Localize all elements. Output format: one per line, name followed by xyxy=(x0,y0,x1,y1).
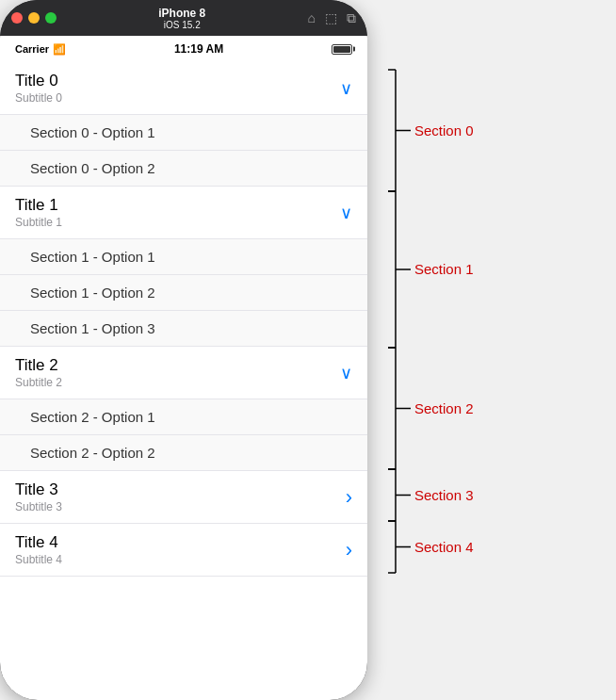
accordion-header-text-0: Title 0 Subtitle 0 xyxy=(15,72,62,105)
annotations-panel: Section 0Section 1Section 2Section 3Sect… xyxy=(367,0,616,700)
accordion-header-text-3: Title 3 Subtitle 3 xyxy=(15,480,62,513)
accordion-body-0: Section 0 - Option 1Section 0 - Option 2 xyxy=(0,114,367,186)
carrier-info: Carrier 📶 xyxy=(15,43,66,56)
chevron-icon-1: ∨ xyxy=(340,203,352,223)
section-label-1: Section 1 xyxy=(414,261,474,277)
accordion-subtitle-2: Subtitle 2 xyxy=(15,376,62,389)
battery-icon xyxy=(332,44,352,55)
accordion-option[interactable]: Section 1 - Option 3 xyxy=(0,310,367,346)
accordion-header-2[interactable]: Title 2 Subtitle 2 ∨ xyxy=(0,347,367,399)
accordion-item-4: Title 4 Subtitle 4 › xyxy=(0,524,367,577)
accordion-option[interactable]: Section 0 - Option 2 xyxy=(0,150,367,186)
accordion-subtitle-0: Subtitle 0 xyxy=(15,91,62,105)
accordion-item-2: Title 2 Subtitle 2 ∨ Section 2 - Option … xyxy=(0,347,367,471)
accordion-item-1: Title 1 Subtitle 1 ∨ Section 1 - Option … xyxy=(0,187,367,347)
screenshot-icon[interactable]: ⬚ xyxy=(325,10,337,25)
accordion-title-1: Title 1 xyxy=(15,196,62,215)
section-label-3: Section 3 xyxy=(414,487,474,503)
home-icon[interactable]: ⌂ xyxy=(308,10,316,25)
accordion-header-0[interactable]: Title 0 Subtitle 0 ∨ xyxy=(0,62,367,114)
accordion-item-3: Title 3 Subtitle 3 › xyxy=(0,471,367,524)
accordion-body-1: Section 1 - Option 1Section 1 - Option 2… xyxy=(0,238,367,346)
accordion-option[interactable]: Section 0 - Option 1 xyxy=(0,114,367,150)
carrier-text: Carrier xyxy=(15,43,49,55)
section-label-2: Section 2 xyxy=(414,400,474,416)
accordion-header-1[interactable]: Title 1 Subtitle 1 ∨ xyxy=(0,187,367,238)
chevron-icon-3: › xyxy=(346,485,352,510)
accordion-subtitle-1: Subtitle 1 xyxy=(15,216,62,229)
accordion-header-text-1: Title 1 Subtitle 1 xyxy=(15,196,62,229)
content-area[interactable]: Title 0 Subtitle 0 ∨ Section 0 - Option … xyxy=(0,62,367,700)
minimize-button[interactable] xyxy=(28,12,40,24)
section-label-0: Section 0 xyxy=(414,122,474,138)
accordion-title-4: Title 4 xyxy=(15,533,62,552)
phone-frame: iPhone 8 iOS 15.2 ⌂ ⬚ ⧉ Carrier 📶 11:19 … xyxy=(0,0,367,700)
time-display: 11:19 AM xyxy=(174,42,223,56)
section-label-4: Section 4 xyxy=(414,539,474,555)
chevron-icon-2: ∨ xyxy=(340,363,352,383)
title-bar: iPhone 8 iOS 15.2 ⌂ ⬚ ⧉ xyxy=(0,0,367,36)
rotate-icon[interactable]: ⧉ xyxy=(347,10,356,26)
accordion-header-3[interactable]: Title 3 Subtitle 3 › xyxy=(0,471,367,523)
accordion-header-4[interactable]: Title 4 Subtitle 4 › xyxy=(0,524,367,576)
accordion-option[interactable]: Section 2 - Option 2 xyxy=(0,434,367,470)
accordion-option[interactable]: Section 1 - Option 1 xyxy=(0,238,367,274)
accordion-option[interactable]: Section 1 - Option 2 xyxy=(0,274,367,310)
chevron-icon-4: › xyxy=(346,538,352,562)
accordion-header-text-2: Title 2 Subtitle 2 xyxy=(15,356,62,389)
accordion-body-2: Section 2 - Option 1Section 2 - Option 2 xyxy=(0,399,367,470)
wifi-icon: 📶 xyxy=(53,43,66,56)
status-bar: Carrier 📶 11:19 AM xyxy=(0,36,367,62)
close-button[interactable] xyxy=(11,12,23,24)
accordion-subtitle-4: Subtitle 4 xyxy=(15,553,62,566)
accordion-item-0: Title 0 Subtitle 0 ∨ Section 0 - Option … xyxy=(0,62,367,187)
accordion-option[interactable]: Section 2 - Option 1 xyxy=(0,399,367,434)
device-name: iPhone 8 iOS 15.2 xyxy=(57,7,308,30)
accordion-subtitle-3: Subtitle 3 xyxy=(15,500,62,513)
section-brackets-svg: Section 0Section 1Section 2Section 3Sect… xyxy=(367,0,616,700)
fullscreen-button[interactable] xyxy=(45,12,57,24)
accordion-title-3: Title 3 xyxy=(15,480,62,499)
accordion-header-text-4: Title 4 Subtitle 4 xyxy=(15,533,62,566)
titlebar-icons: ⌂ ⬚ ⧉ xyxy=(308,10,356,26)
accordion-title-0: Title 0 xyxy=(15,72,62,90)
battery-indicator xyxy=(332,44,352,55)
chevron-icon-0: ∨ xyxy=(340,78,352,99)
traffic-lights xyxy=(11,12,57,24)
accordion-title-2: Title 2 xyxy=(15,356,62,375)
